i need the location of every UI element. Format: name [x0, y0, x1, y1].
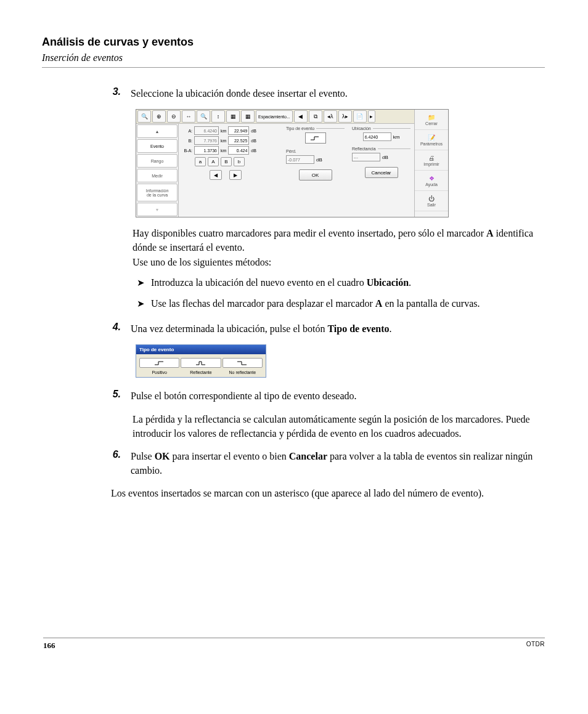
sidebar-help[interactable]: ❖ Ayuda: [415, 171, 448, 191]
printer-icon: 🖨: [428, 155, 435, 162]
location-input[interactable]: 6.4240: [363, 132, 391, 141]
step-down-icon: [237, 360, 248, 365]
prev-trace-icon[interactable]: ◀: [294, 110, 308, 123]
marker-B-label: B:: [181, 139, 192, 143]
markers-panel: A: 6.4240 km 22.949 dB B: 7.7976 km 22.5…: [179, 124, 282, 217]
step-4-text: Una vez determinada la ubicación, pulse …: [131, 322, 392, 336]
ok-button[interactable]: OK: [299, 169, 332, 181]
zoom-in-icon[interactable]: ⊕: [152, 110, 166, 123]
sidebar-exit[interactable]: ⏻ Salir: [415, 191, 448, 211]
marker-A-dist-unit: km: [221, 129, 226, 133]
step-5-text: Pulse el botón correspondiente al tipo d…: [131, 389, 357, 403]
step-3-number: 3.: [111, 86, 121, 100]
tab-medir[interactable]: Medir: [137, 169, 178, 182]
sidebar-print[interactable]: 🖨 Imprimir: [415, 150, 448, 171]
sidebar-print-label: Imprimir: [423, 162, 439, 166]
section-title: Análisis de curvas y eventos: [42, 36, 545, 49]
tab-rango[interactable]: Rango: [137, 154, 178, 168]
sidebar-params[interactable]: 📝 Parámetros: [415, 130, 448, 150]
bullet-icon: ➤: [137, 298, 145, 311]
right-sidebar: 📁 Cerrar 📝 Parámetros 🖨 Imprimir ❖ Ayuda…: [414, 110, 448, 217]
product-name: OTDR: [526, 641, 545, 651]
positive-label: Positivo: [152, 370, 167, 375]
tab-down[interactable]: ▼: [137, 203, 178, 216]
step-6-number: 6.: [111, 449, 121, 477]
loss-value: -0.077: [286, 155, 314, 164]
marker-left-arrow[interactable]: ◀: [210, 170, 222, 180]
screenshot-insert-event-panel: 🔍 ⊕ ⊖ ↔ 🔍 ↕ ▦ ▦ Espaciamiento... ◀ ⧉ ◂λ …: [136, 109, 449, 217]
reflectance-label: Reflectancia: [352, 147, 376, 151]
zoom-area-icon[interactable]: 🔍: [197, 110, 210, 123]
page-number: 166: [43, 641, 55, 651]
cancel-button[interactable]: Cancelar: [365, 167, 398, 178]
step-up-icon: [154, 360, 165, 365]
bullet-1: Introduzca la ubicación del nuevo evento…: [151, 275, 411, 290]
marker-BA-dist-unit: km: [221, 148, 226, 153]
tab-evento[interactable]: Evento: [137, 139, 178, 153]
tab-info-line1: Información: [146, 189, 169, 193]
location-unit: km: [393, 134, 400, 140]
report-icon[interactable]: 📄: [353, 110, 367, 123]
sidebar-params-label: Parámetros: [420, 142, 443, 146]
tabs-column: ▲ Evento Rango Medir Información de la c…: [136, 124, 179, 217]
loss-unit: dB: [316, 157, 322, 163]
sidebar-close-label: Cerrar: [425, 121, 438, 126]
sidebar-help-label: Ayuda: [425, 182, 438, 187]
next-lambda-icon[interactable]: λ▸: [338, 110, 352, 123]
reflective-type-button[interactable]: [181, 358, 221, 368]
reflective-label: Reflectante: [190, 370, 211, 375]
prev-lambda-icon[interactable]: ◂λ: [324, 110, 337, 123]
marker-btn-B[interactable]: B: [221, 157, 232, 166]
marker-BA-dist: 1.3736: [194, 146, 219, 155]
step-5-paragraph: La pérdida y la reflectancia se calculan…: [133, 412, 545, 440]
zoom-v-icon[interactable]: ↕: [211, 110, 225, 123]
marker-btn-a[interactable]: a: [195, 157, 206, 166]
positive-type-button[interactable]: [139, 358, 179, 368]
marker-BA-loss-unit: dB: [251, 148, 256, 153]
marker-BA-label: B-A:: [181, 148, 192, 153]
header-rule: [42, 67, 545, 68]
marker-BA-loss: 0.424: [228, 146, 249, 155]
step-4-number: 4.: [111, 322, 121, 336]
marker-btn-A[interactable]: A: [208, 157, 219, 166]
zoom-full-icon[interactable]: 🔍: [137, 110, 151, 123]
grid-icon[interactable]: ▦: [226, 110, 240, 123]
nonreflective-type-button[interactable]: [223, 358, 263, 368]
tab-info-curva[interactable]: Información de la curva: [137, 184, 178, 201]
nonreflective-label: No reflectante: [229, 370, 256, 375]
event-type-button[interactable]: [305, 132, 326, 144]
tab-up[interactable]: ▲: [137, 124, 178, 138]
marker-right-arrow[interactable]: ▶: [229, 170, 242, 180]
help-icon: ❖: [429, 175, 435, 182]
paragraph-markers: Hay disponibles cuatro marcadores para m…: [133, 226, 545, 269]
sidebar-exit-label: Salir: [427, 203, 436, 207]
traces-icon[interactable]: ⧉: [309, 110, 322, 123]
zoom-h-icon[interactable]: ↔: [182, 110, 195, 123]
page-footer: 166 OTDR: [43, 638, 545, 651]
reflectance-unit: dB: [382, 155, 388, 160]
overflow-icon[interactable]: ▸: [368, 110, 375, 123]
toolbar: 🔍 ⊕ ⊖ ↔ 🔍 ↕ ▦ ▦ Espaciamiento... ◀ ⧉ ◂λ …: [136, 110, 414, 124]
zoom-out-icon[interactable]: ⊖: [167, 110, 181, 123]
marker-B-loss: 22.525: [228, 136, 249, 145]
spacing-button[interactable]: Espaciamiento...: [256, 110, 293, 123]
step-5-number: 5.: [111, 389, 121, 403]
marker-B-dist: 7.7976: [194, 136, 219, 145]
section-subtitle: Inserción de eventos: [42, 52, 545, 63]
step-3-text: Seleccione la ubicación donde desee inse…: [131, 86, 348, 100]
bullet-icon: ➤: [137, 277, 145, 290]
event-type-label: Tipo de evento: [286, 126, 314, 131]
marker-btn-b[interactable]: b: [234, 157, 245, 166]
pulse-icon: [195, 360, 206, 365]
sidebar-close[interactable]: 📁 Cerrar: [415, 110, 448, 130]
event-form: Tipo de evento Pérd. -0.077 dB OK Ubicac…: [282, 124, 414, 217]
marker-A-loss: 22.949: [228, 126, 249, 135]
closing-paragraph: Los eventos insertados se marcan con un …: [111, 486, 545, 500]
power-icon: ⏻: [428, 195, 435, 203]
screenshot-event-type-dialog: Tipo de evento Positivo Reflectante No r…: [136, 344, 266, 378]
bullet-2: Use las flechas del marcador para despla…: [151, 296, 480, 311]
scale-icon[interactable]: ▦: [241, 110, 255, 123]
edit-icon: 📝: [428, 134, 435, 142]
event-type-icon: [310, 135, 321, 141]
dialog-title: Tipo de evento: [136, 345, 266, 354]
